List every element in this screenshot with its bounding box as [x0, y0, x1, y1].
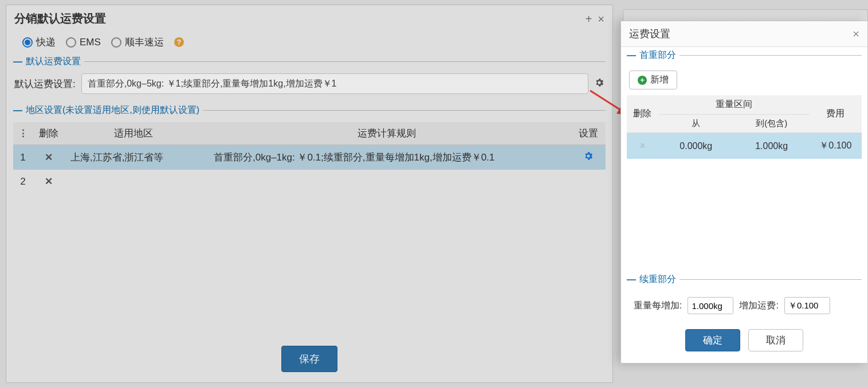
default-fee-value: 首重部分,0kg–5kg: ￥1;续重部分,重量每增加1kg,增加运费￥1 — [88, 78, 337, 90]
row-area: 上海,江苏省,浙江省等 — [65, 145, 202, 170]
col-config: 设置 — [571, 122, 606, 145]
divider — [680, 279, 862, 280]
table-row[interactable]: × 0.000kg 1.000kg ￥0.100 — [627, 133, 862, 159]
row-rule: 首重部分,0kg–1kg: ￥0.1;续重部分,重量每增加1kg,增加运费￥0.… — [202, 145, 571, 170]
section-continue-weight: — 续重部分 重量每增加: 增加运费: — [621, 273, 867, 321]
shipping-type-radios: 快递 EMS 顺丰速运 ? — [6, 33, 612, 56]
side-footer: 确定 取消 — [621, 321, 867, 363]
save-row: 保存 — [6, 346, 612, 372]
delete-row-icon[interactable]: × — [639, 140, 646, 151]
delete-row-icon[interactable]: ✕ — [45, 176, 53, 187]
section-legend: 续重部分 — [639, 273, 676, 286]
section-legend: 首重部分 — [639, 49, 676, 61]
default-fee-row: 默认运费设置: 首重部分,0kg–5kg: ￥1;续重部分,重量每增加1kg,增… — [13, 73, 606, 99]
divider — [203, 110, 606, 111]
dash-icon: — — [13, 105, 22, 116]
add-button[interactable]: + 新增 — [629, 71, 677, 89]
section-legend: 默认运费设置 — [26, 56, 81, 68]
radio-sf[interactable]: 顺丰速运 — [111, 36, 164, 49]
legend-row: — 地区设置(未设置适用地区,则使用默认设置) — [13, 104, 606, 116]
area-table: ⋮ 删除 适用地区 运费计算规则 设置 1 ✕ 上海,江苏省,浙江省等 首重部分… — [13, 122, 606, 193]
cell-to: 1.000kg — [734, 133, 810, 159]
radio-ems[interactable]: EMS — [66, 37, 101, 48]
col-from: 从 — [658, 115, 734, 133]
main-title: 分销默认运费设置 — [14, 11, 106, 26]
col-to: 到(包含) — [734, 115, 810, 133]
section-default-fee: — 默认运费设置 默认运费设置: 首重部分,0kg–5kg: ￥1;续重部分,重… — [13, 56, 606, 99]
plus-icon[interactable]: + — [586, 13, 592, 25]
col-menu[interactable]: ⋮ — [13, 122, 33, 145]
main-header: 分销默认运费设置 + × — [6, 5, 612, 33]
fee-input[interactable] — [784, 297, 830, 314]
section-area: — 地区设置(未设置适用地区,则使用默认设置) ⋮ 删除 适用地区 运费计算规则… — [13, 104, 606, 193]
close-icon[interactable]: × — [598, 13, 604, 25]
cell-fee: ￥0.100 — [810, 133, 862, 159]
table-header-row: ⋮ 删除 适用地区 运费计算规则 设置 — [13, 122, 606, 145]
divider — [680, 55, 862, 56]
row-index: 2 — [13, 170, 33, 193]
ok-button[interactable]: 确定 — [685, 329, 740, 351]
gear-icon[interactable] — [583, 153, 594, 163]
table-header-row: 删除 重量区间 费用 — [627, 95, 862, 115]
close-icon[interactable]: × — [853, 28, 859, 40]
cancel-button[interactable]: 取消 — [748, 329, 803, 351]
default-fee-label: 默认运费设置: — [14, 77, 76, 91]
col-area: 适用地区 — [65, 122, 202, 145]
row-area — [65, 170, 202, 193]
gear-icon[interactable] — [594, 77, 604, 90]
radio-dot-icon — [22, 37, 33, 48]
legend-row: — 首重部分 — [627, 49, 862, 61]
continue-row: 重量每增加: 增加运费: — [627, 291, 862, 321]
background-tab — [623, 9, 868, 21]
menu-dots-icon: ⋮ — [18, 128, 28, 139]
section-first-weight: — 首重部分 + 新增 删除 重量区间 费用 从 到(包含) — [621, 47, 867, 159]
fee-label: 增加运费: — [739, 300, 778, 312]
col-fee: 费用 — [810, 95, 862, 133]
row-rule — [202, 170, 571, 193]
increment-label: 重量每增加: — [634, 300, 682, 312]
radio-express[interactable]: 快递 — [22, 36, 56, 49]
table-row[interactable]: 1 ✕ 上海,江苏省,浙江省等 首重部分,0kg–1kg: ￥0.1;续重部分,… — [13, 145, 606, 170]
side-title: 运费设置 — [629, 27, 670, 41]
section-legend: 地区设置(未设置适用地区,则使用默认设置) — [26, 104, 199, 116]
radio-empty-icon — [66, 37, 76, 48]
plus-circle-icon: + — [638, 76, 647, 85]
weight-table: 删除 重量区间 费用 从 到(包含) × 0.000kg 1.000kg ￥0.… — [627, 95, 862, 159]
table-row[interactable]: 2 ✕ — [13, 170, 606, 193]
radio-label: EMS — [80, 37, 101, 48]
col-weight-range: 重量区间 — [658, 95, 810, 115]
help-icon[interactable]: ? — [174, 37, 184, 47]
add-label: 新增 — [650, 74, 669, 86]
increment-input[interactable] — [688, 297, 733, 314]
main-header-icons: + × — [586, 13, 604, 25]
radio-empty-icon — [111, 37, 121, 48]
side-header: 运费设置 × — [621, 21, 867, 47]
radio-label: 快递 — [36, 36, 56, 49]
dash-icon: — — [627, 275, 636, 285]
delete-row-icon[interactable]: ✕ — [45, 152, 53, 163]
row-index: 1 — [13, 145, 33, 170]
default-fee-input[interactable]: 首重部分,0kg–5kg: ￥1;续重部分,重量每增加1kg,增加运费￥1 — [81, 73, 588, 94]
col-delete: 删除 — [627, 95, 658, 133]
legend-row: — 续重部分 — [627, 273, 862, 286]
radio-label: 顺丰速运 — [125, 36, 164, 49]
legend-row: — 默认运费设置 — [13, 56, 606, 68]
cell-from: 0.000kg — [658, 133, 734, 159]
divider — [84, 61, 606, 62]
main-panel: 分销默认运费设置 + × 快递 EMS 顺丰速运 ? — 默认运费设置 默认运费… — [6, 5, 613, 383]
dash-icon: — — [13, 57, 22, 67]
col-delete: 删除 — [33, 122, 65, 145]
side-panel: 运费设置 × — 首重部分 + 新增 删除 重量区间 费用 从 到(包含) — [620, 21, 868, 363]
save-button[interactable]: 保存 — [281, 346, 337, 372]
col-rule: 运费计算规则 — [202, 122, 571, 145]
dash-icon: — — [627, 50, 636, 61]
